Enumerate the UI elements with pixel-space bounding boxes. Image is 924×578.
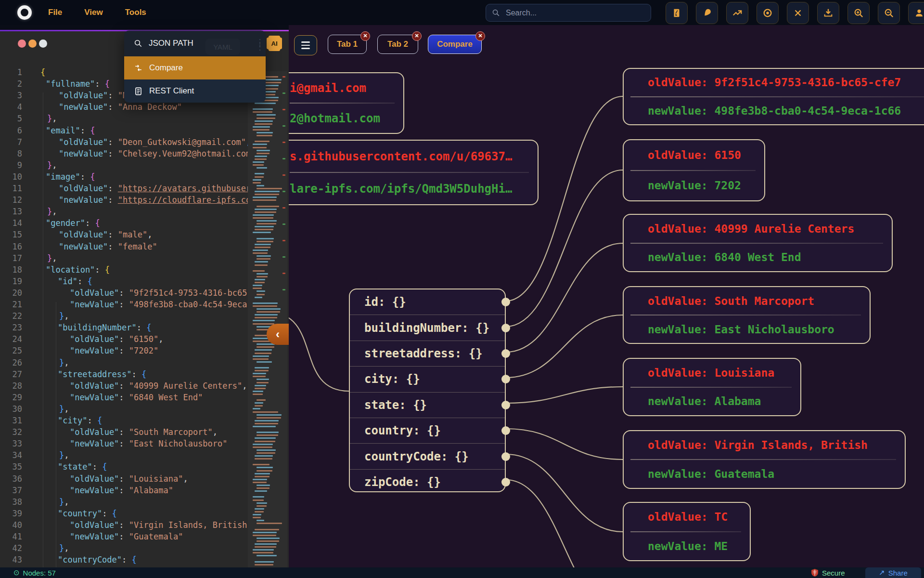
code-line-15[interactable]: 15"oldValue": "male", bbox=[0, 229, 248, 240]
code-line-14[interactable]: 14"gender": { bbox=[0, 217, 248, 229]
code-line-38[interactable]: 38}, bbox=[0, 496, 248, 508]
line-number: 40 bbox=[6, 519, 22, 531]
center-node-row-id[interactable]: id: {} bbox=[350, 289, 505, 315]
zoom-out-button[interactable] bbox=[878, 2, 900, 24]
code-line-39[interactable]: 39"country": { bbox=[0, 508, 248, 519]
tab-close-button[interactable]: ✕ bbox=[412, 31, 422, 41]
download-button[interactable] bbox=[817, 2, 839, 24]
code-line-20[interactable]: 20"oldValue": "9f2f51c4-9753-4316-bc65-c… bbox=[0, 287, 248, 299]
center-node-row-city[interactable]: city: {} bbox=[350, 367, 505, 392]
code-line-29[interactable]: 29"newValue": "6840 West End" bbox=[0, 392, 248, 403]
code-line-34[interactable]: 34}, bbox=[0, 449, 248, 461]
tab-compare[interactable]: Compare✕ bbox=[428, 35, 482, 54]
minimap-mark bbox=[257, 382, 269, 383]
minimap-diff-mark bbox=[282, 109, 285, 110]
code-line-10[interactable]: 10"image": { bbox=[0, 171, 248, 183]
code-line-11[interactable]: 11"oldValue": "https://avatars.githubuse… bbox=[0, 183, 248, 194]
close-button[interactable] bbox=[787, 2, 809, 24]
graph-node-right-4[interactable]: oldValue: LouisiananewValue: Alabama bbox=[623, 358, 801, 416]
code-line-21[interactable]: 21"newValue": "498fe3b8-cba0-4c54-9eca-1… bbox=[0, 299, 248, 310]
journal-button[interactable] bbox=[666, 2, 688, 24]
code-line-8[interactable]: 8"newValue": "Chelsey.Veum92@hotmail.com… bbox=[0, 148, 248, 159]
code-line-36[interactable]: 36"oldValue": "Louisiana", bbox=[0, 473, 248, 485]
code-line-13[interactable]: 13}, bbox=[0, 206, 248, 217]
code-line-35[interactable]: 35"state": { bbox=[0, 461, 248, 473]
code-line-26[interactable]: 26}, bbox=[0, 357, 248, 368]
tab-tab-1[interactable]: Tab 1✕ bbox=[328, 35, 367, 54]
ai-assistant-button[interactable]: AI bbox=[268, 37, 281, 50]
graph-menu-button[interactable] bbox=[294, 35, 317, 55]
code-line-32[interactable]: 32"oldValue": "South Marcoport", bbox=[0, 426, 248, 438]
code-line-12[interactable]: 12"newValue": "https://cloudflare-ipfs.c… bbox=[0, 194, 248, 206]
code-line-22[interactable]: 22}, bbox=[0, 310, 248, 322]
code-area[interactable]: 1{2"fullname": {3"oldValue": "M4"newValu… bbox=[0, 25, 248, 567]
code-line-33[interactable]: 33"newValue": "East Nicholausboro" bbox=[0, 438, 248, 449]
code-line-43[interactable]: 43"countryCode": { bbox=[0, 554, 248, 565]
tab-close-button[interactable]: ✕ bbox=[475, 31, 485, 41]
code-line-9[interactable]: 9}, bbox=[0, 159, 248, 171]
user-button[interactable] bbox=[908, 2, 924, 24]
code-line-42[interactable]: 42}, bbox=[0, 542, 248, 554]
center-node-row-state[interactable]: state: {} bbox=[350, 393, 505, 418]
code-line-40[interactable]: 40"oldValue": "Virgin Islands, British", bbox=[0, 519, 248, 531]
center-node-row-countryCode[interactable]: countryCode: {} bbox=[350, 444, 505, 469]
code-line-41[interactable]: 41"newValue": "Guatemala" bbox=[0, 531, 248, 542]
zoom-in-button[interactable] bbox=[847, 2, 870, 24]
code-text: "image": { bbox=[46, 171, 95, 183]
minimap-mark bbox=[257, 308, 281, 310]
tab-tab-2[interactable]: Tab 2✕ bbox=[377, 35, 418, 54]
minimap-mark bbox=[255, 314, 278, 315]
dropdown-item-compare[interactable]: Compare bbox=[124, 56, 266, 79]
center-node-row-country[interactable]: country: {} bbox=[350, 418, 505, 444]
code-line-24[interactable]: 24"oldValue": "6150", bbox=[0, 333, 248, 345]
code-line-28[interactable]: 28"oldValue": "40999 Aurelie Centers", bbox=[0, 380, 248, 392]
code-line-23[interactable]: 23"buildingNumber": { bbox=[0, 322, 248, 333]
dropdown-item-rest-client[interactable]: REST Client bbox=[124, 79, 266, 103]
code-text: "buildingNumber": { bbox=[58, 322, 152, 333]
share-arrow-icon: ↗ bbox=[879, 568, 885, 577]
menu-file[interactable]: File bbox=[48, 8, 62, 17]
graph-node-right-6[interactable]: oldValue: TCnewValue: ME bbox=[623, 502, 751, 561]
line-number: 23 bbox=[6, 322, 22, 333]
graph-node-right-5[interactable]: oldValue: Virgin Islands, BritishnewValu… bbox=[623, 430, 906, 489]
trend-up-button[interactable] bbox=[726, 2, 748, 24]
minimap[interactable] bbox=[248, 71, 287, 567]
pin-button[interactable] bbox=[696, 2, 718, 24]
graph-node-location[interactable]: id: {}buildingNumber: {}streetaddress: {… bbox=[349, 289, 506, 492]
graph-node-right-1[interactable]: oldValue: 6150newValue: 7202 bbox=[623, 139, 765, 201]
code-text: "email": { bbox=[46, 125, 95, 136]
code-line-37[interactable]: 37"newValue": "Alabama" bbox=[0, 485, 248, 496]
code-line-31[interactable]: 31"city": { bbox=[0, 415, 248, 426]
code-line-5[interactable]: 5}, bbox=[0, 113, 248, 124]
graph-node-right-2[interactable]: oldValue: 40999 Aurelie CentersnewValue:… bbox=[623, 214, 893, 272]
graph-node-right-0[interactable]: oldValue: 9f2f51c4-9753-4316-bc65-cfe7ne… bbox=[623, 68, 924, 125]
center-node-row-buildingNumber[interactable]: buildingNumber: {} bbox=[350, 315, 505, 341]
menu-view[interactable]: View bbox=[84, 8, 103, 17]
code-line-4[interactable]: 4"newValue": "Anna Deckow" bbox=[0, 101, 248, 113]
collapse-panel-button[interactable]: ‹ bbox=[267, 324, 289, 345]
graph-node-left-1[interactable]: s.githubusercontent.com/u/69637…lare-ipf… bbox=[250, 140, 539, 205]
minimap-diff-mark bbox=[282, 207, 285, 209]
new-value: newValue: Guatemala bbox=[624, 468, 905, 480]
share-button[interactable]: ↗ Share bbox=[865, 567, 921, 578]
code-line-30[interactable]: 30}, bbox=[0, 403, 248, 415]
tab-close-button[interactable]: ✕ bbox=[360, 31, 370, 41]
code-line-16[interactable]: 16"newValue": "female" bbox=[0, 241, 248, 252]
code-line-19[interactable]: 19"id": { bbox=[0, 276, 248, 287]
code-line-27[interactable]: 27"streetaddress": { bbox=[0, 368, 248, 380]
target-button[interactable] bbox=[757, 2, 779, 24]
json-editor-panel[interactable]: YAML ⋮⋮ AI 1{2"fullname": {3"oldValue": … bbox=[0, 25, 289, 567]
search-input[interactable] bbox=[505, 8, 645, 18]
search-box[interactable] bbox=[486, 4, 651, 22]
code-line-6[interactable]: 6"email": { bbox=[0, 125, 248, 136]
code-line-25[interactable]: 25"newValue": "7202" bbox=[0, 345, 248, 356]
menu-tools[interactable]: Tools bbox=[125, 8, 146, 17]
code-line-7[interactable]: 7"oldValue": "Deon_Gutkowski@gmail.com", bbox=[0, 136, 248, 148]
code-line-18[interactable]: 18"location": { bbox=[0, 264, 248, 276]
minimap-mark bbox=[257, 470, 272, 472]
code-line-17[interactable]: 17}, bbox=[0, 252, 248, 264]
center-node-row-zipCode[interactable]: zipCode: {} bbox=[350, 470, 505, 495]
center-node-row-streetaddress[interactable]: streetaddress: {} bbox=[350, 341, 505, 367]
json-path-search[interactable]: JSON PATH bbox=[124, 30, 266, 56]
graph-node-right-3[interactable]: oldValue: South MarcoportnewValue: East … bbox=[623, 286, 871, 344]
